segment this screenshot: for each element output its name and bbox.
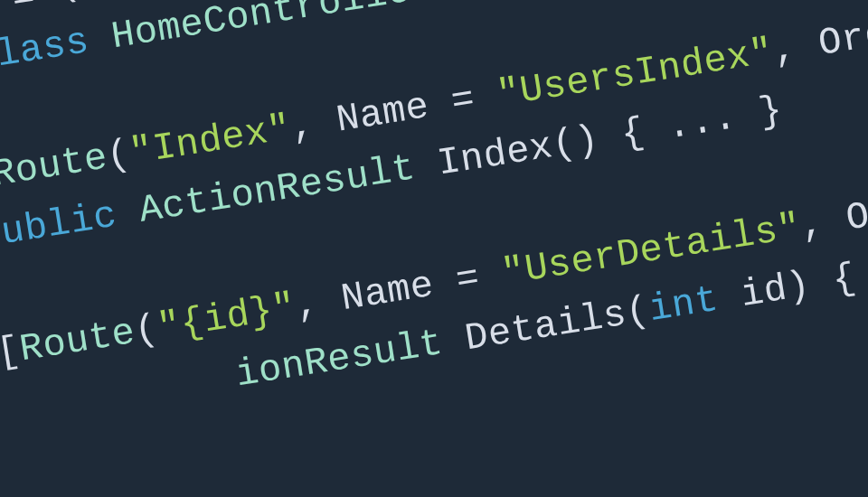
keyword-public: public [0,194,120,259]
string-literal: "Index" [127,107,294,175]
code-token: id) { [714,256,859,321]
attribute-name: Route [17,310,138,371]
keyword-class: class [0,20,92,81]
type-name: HomeController [108,0,437,59]
code-block: ePrefix("Users")] ic class HomeControlle… [0,0,868,448]
attribute-name: Route [0,136,110,198]
code-token: : [429,0,505,8]
string-literal: "{id}" [155,285,299,350]
code-token: , O [797,194,868,248]
keyword-int: int [646,277,722,331]
code-editor-viewport: ePrefix("Users")] ic class HomeControlle… [0,0,868,497]
code-token: , Ord [769,13,868,74]
